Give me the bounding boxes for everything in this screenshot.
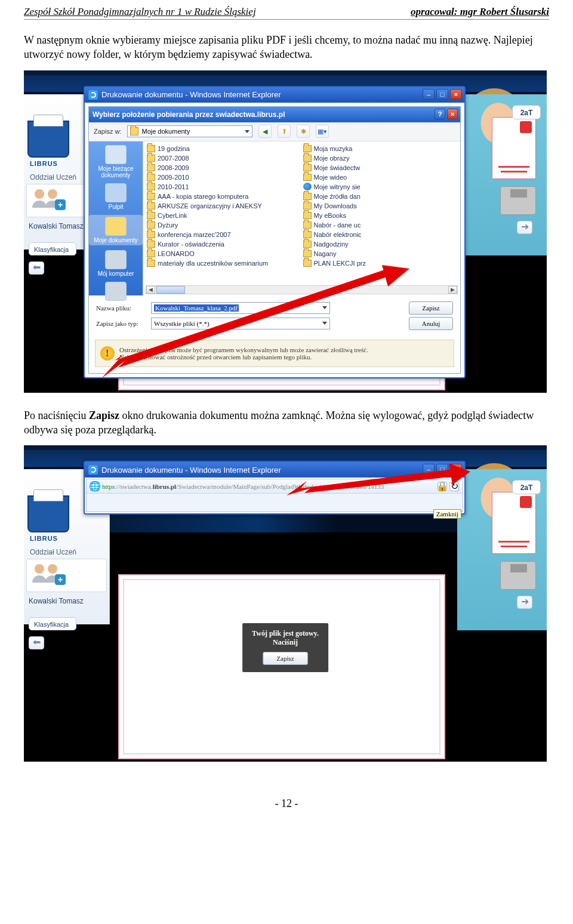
place-desktop[interactable]: Pulpit [89,183,143,210]
help-button[interactable]: ? [435,109,445,119]
file-list[interactable]: 19 godzina2007-20082008-20092009-2010201… [143,141,460,295]
filename-input[interactable]: Kowalski_Tomasz_klasa_2.pdf [151,302,330,314]
floppy-icon [500,561,536,590]
list-item[interactable]: Nabór - dane uc [302,220,458,230]
folder-icon [303,241,312,248]
ie-window: Drukowanie dokumentu - Windows Internet … [84,461,466,515]
lock-icon: 🔒 [438,482,447,491]
folder-icon [147,202,155,210]
filename-label: Nazwa pliku: [96,304,145,312]
list-item[interactable]: konferencja marzec'2007 [146,230,302,239]
list-item[interactable]: 2010-2011 [146,182,302,192]
page-number: - 12 - [24,797,549,810]
maximize-button[interactable]: □ [436,89,448,100]
views-icon[interactable]: ▦▾ [316,125,329,138]
add-icon[interactable]: + [55,199,66,210]
folder-icon [147,155,155,162]
list-item[interactable]: ARKUSZE organizacyjny i ANEKSY [146,201,302,211]
filetype-label: Zapisz jako typ: [96,320,145,327]
header-left: Zespół Szkół Ponadgimnazjalnych nr 1 w R… [24,6,256,18]
ie-title-text: Drukowanie dokumentu - Windows Internet … [101,466,281,475]
ie-window: Drukowanie dokumentu - Windows Internet … [84,86,466,378]
refresh-icon[interactable]: ↻ [449,482,459,491]
list-item[interactable]: Moje obrazy [302,153,458,163]
paragraph-1: W następnym oknie wybieramy miejsce zapi… [24,33,549,62]
list-item[interactable]: Nagany [302,249,458,258]
folder-icon [147,241,155,248]
sidebar-columns: Oddział Uczeń [30,548,76,556]
filetype-combo[interactable]: Wszystkie pliki (*.*) [151,318,330,329]
horizontal-scrollbar[interactable]: ◀▶ [146,285,458,294]
cancel-button[interactable]: Anuluj [409,317,453,330]
list-item[interactable]: 2008-2009 [146,163,302,173]
chevron-down-icon [245,130,249,133]
new-folder-icon[interactable]: ✱ [297,125,310,138]
place-recent[interactable]: Moje bieżące dokumenty [89,145,143,178]
back-icon[interactable]: ◀ [258,125,272,138]
list-item[interactable]: AAA - kopia starego komputera [146,192,302,201]
nav-left[interactable]: ⬅ [29,261,44,275]
up-icon[interactable]: ⬆ [278,125,291,138]
list-item[interactable]: Kurator - oświadczenia [146,239,302,249]
close-button[interactable]: × [450,89,462,100]
save-dialog-toolbar: Zapisz w: Moje dokumenty ◀ ⬆ ✱ ▦▾ [89,122,460,141]
zapisz-w-combo[interactable]: Moje dokumenty [127,125,252,137]
list-item[interactable]: CyberLink [146,211,302,220]
folder-icon [147,212,155,219]
list-item[interactable]: Nadgodziny [302,239,458,249]
folder-icon [130,127,138,135]
folder-icon [303,145,312,152]
floppy-icon [500,186,536,215]
folder-icon [303,231,312,238]
list-item[interactable]: Moja muzyka [302,144,458,153]
folder-icon [147,164,155,171]
list-item[interactable]: 19 godzina [146,144,302,153]
klasyfikacja-chip[interactable]: Klasyfikacja [29,242,76,255]
list-item[interactable]: My Downloads [302,201,458,211]
screenshot-save-dialog: 2aT ➔ LIBRUS Oddział Uczeń + Kowalski To… [24,70,547,393]
nav-right[interactable]: ➔ [517,596,532,609]
list-item[interactable]: PLAN LEKCJI prz [302,258,458,268]
ie-title-text: Drukowanie dokumentu - Windows Internet … [101,90,281,99]
places-bar: Moje bieżące dokumenty Pulpit Moje dokum… [89,141,143,295]
folder-icon [147,193,155,200]
minimize-button[interactable]: – [423,464,435,475]
list-item[interactable]: Moje świadectw [302,163,458,173]
close-tooltip: Zamknij [433,509,461,519]
folder-icon [303,212,312,219]
nav-left[interactable]: ⬅ [29,636,44,649]
folder-icon [303,221,312,229]
dialog-close-button[interactable]: × [447,109,458,119]
folder-icon [303,202,312,210]
save-dialog: Wybierz położenie pobierania przez swiad… [88,106,461,374]
toast-save-button[interactable]: Zapisz [263,652,308,665]
list-item[interactable]: 2009-2010 [146,173,302,182]
folder-icon [303,250,312,257]
address-bar[interactable]: 🌐 https://swiadectwa.librus.pl/Swiadectw… [87,479,463,494]
save-button[interactable]: Zapisz [409,301,453,315]
list-item[interactable]: My eBooks [302,211,458,220]
list-item[interactable]: Moje wideo [302,173,458,182]
list-item[interactable]: LEONARDO [146,249,302,258]
list-item[interactable]: 2007-2008 [146,153,302,163]
place-documents[interactable]: Moje dokumenty [89,215,143,245]
close-button[interactable]: × [450,464,462,475]
ready-toast: Twój plik jest gotowy. Naciśnij Zapisz [242,623,328,672]
list-item[interactable]: Dyżury [146,220,302,230]
ie-icon [88,90,98,100]
list-item[interactable]: Moje źródła dan [302,192,458,201]
list-item[interactable]: Nabór elektronic [302,230,458,239]
svg-point-1 [48,189,57,199]
chevron-down-icon [322,322,327,325]
list-item[interactable]: Moje witryny sie [302,182,458,192]
user-name: Kowalski Tomasz [29,222,84,230]
nav-right[interactable]: ➔ [517,221,532,234]
minimize-button[interactable]: – [423,89,435,100]
klasyfikacja-chip[interactable]: Klasyfikacja [29,617,76,630]
folder-icon [303,260,312,267]
add-icon[interactable]: + [55,574,66,585]
maximize-button[interactable]: □ [436,464,448,475]
list-item[interactable]: materiały dla uczestników seminarium [146,258,302,268]
certificate-thumbnail [492,117,536,179]
place-computer[interactable]: Mój komputer [89,250,143,277]
